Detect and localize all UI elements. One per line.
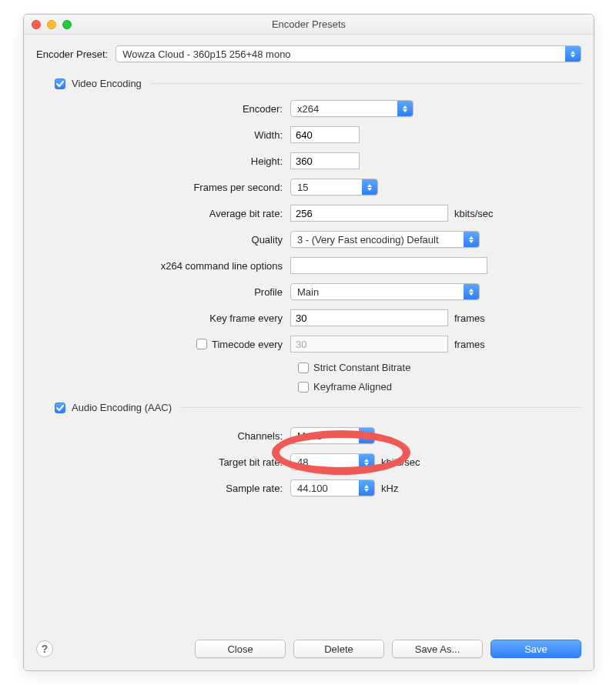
keyframe-aligned-label: Keyframe Aligned (313, 381, 392, 393)
dropdown-caret-icon (359, 480, 374, 496)
channels-label: Channels: (36, 430, 290, 442)
avg-bitrate-input[interactable] (290, 205, 448, 222)
keyframe-aligned-checkbox[interactable] (298, 382, 309, 393)
encoder-preset-select[interactable]: Wowza Cloud - 360p15 256+48 mono (116, 45, 581, 62)
timecode-input (290, 336, 448, 353)
strict-cbr-checkbox[interactable] (298, 363, 309, 373)
encoder-preset-label: Encoder Preset: (36, 48, 108, 60)
dropdown-caret-icon (565, 46, 581, 62)
target-bitrate-label: Target bit rate: (36, 456, 290, 468)
sample-rate-suffix: kHz (381, 483, 398, 494)
width-input[interactable] (290, 126, 360, 143)
window-title: Encoder Presets (24, 18, 594, 30)
quality-label: Quality (36, 234, 290, 246)
titlebar: Encoder Presets (24, 15, 594, 35)
video-encoding-section-header: Video Encoding (36, 78, 581, 89)
video-encoding-checkbox[interactable] (55, 79, 65, 89)
dropdown-caret-icon (464, 284, 479, 299)
timecode-suffix: frames (454, 339, 485, 350)
audio-encoding-checkbox[interactable] (55, 403, 65, 413)
audio-encoding-label: Audio Encoding (AAC) (72, 402, 172, 413)
dropdown-caret-icon (359, 454, 374, 469)
encoder-presets-window: Encoder Presets Encoder Preset: Wowza Cl… (23, 14, 594, 671)
timecode-checkbox[interactable] (196, 339, 207, 349)
dropdown-caret-icon (362, 179, 377, 195)
channels-select[interactable]: Mono (290, 427, 375, 444)
help-button[interactable]: ? (36, 640, 53, 657)
video-encoding-label: Video Encoding (72, 78, 142, 89)
height-input[interactable] (290, 152, 360, 169)
target-bitrate-select[interactable]: 48 (290, 453, 375, 470)
avg-bitrate-suffix: kbits/sec (454, 208, 494, 219)
keyframe-input[interactable] (290, 309, 448, 326)
cmdline-input[interactable] (290, 257, 487, 274)
avg-bitrate-label: Average bit rate: (36, 208, 290, 219)
encoder-preset-value: Wowza Cloud - 360p15 256+48 mono (116, 46, 565, 62)
timecode-label: Timecode every (212, 339, 283, 350)
sample-rate-label: Sample rate: (36, 483, 290, 494)
keyframe-label: Key frame every (36, 312, 290, 324)
save-as-button[interactable]: Save As... (392, 640, 483, 658)
height-label: Height: (36, 155, 290, 167)
profile-select[interactable]: Main (290, 283, 480, 300)
target-bitrate-suffix: kbits/sec (381, 456, 420, 468)
sample-rate-select[interactable]: 44.100 (290, 480, 375, 496)
fps-select[interactable]: 15 (290, 179, 378, 195)
dropdown-caret-icon (397, 101, 413, 116)
close-button[interactable]: Close (195, 640, 286, 658)
delete-button[interactable]: Delete (293, 640, 384, 658)
strict-cbr-label: Strict Constant Bitrate (313, 362, 410, 373)
save-button[interactable]: Save (490, 640, 581, 658)
encoder-select[interactable]: x264 (290, 100, 413, 117)
audio-encoding-section-header: Audio Encoding (AAC) (36, 402, 581, 413)
fps-label: Frames per second: (36, 182, 290, 193)
encoder-label: Encoder: (36, 103, 290, 115)
profile-label: Profile (36, 286, 290, 298)
help-icon: ? (42, 643, 49, 655)
dropdown-caret-icon (359, 428, 374, 443)
quality-select[interactable]: 3 - (Very Fast encoding) Default (290, 231, 480, 248)
cmdline-label: x264 command line options (36, 260, 290, 272)
dropdown-caret-icon (464, 232, 479, 247)
keyframe-suffix: frames (454, 312, 485, 324)
width-label: Width: (36, 129, 290, 141)
